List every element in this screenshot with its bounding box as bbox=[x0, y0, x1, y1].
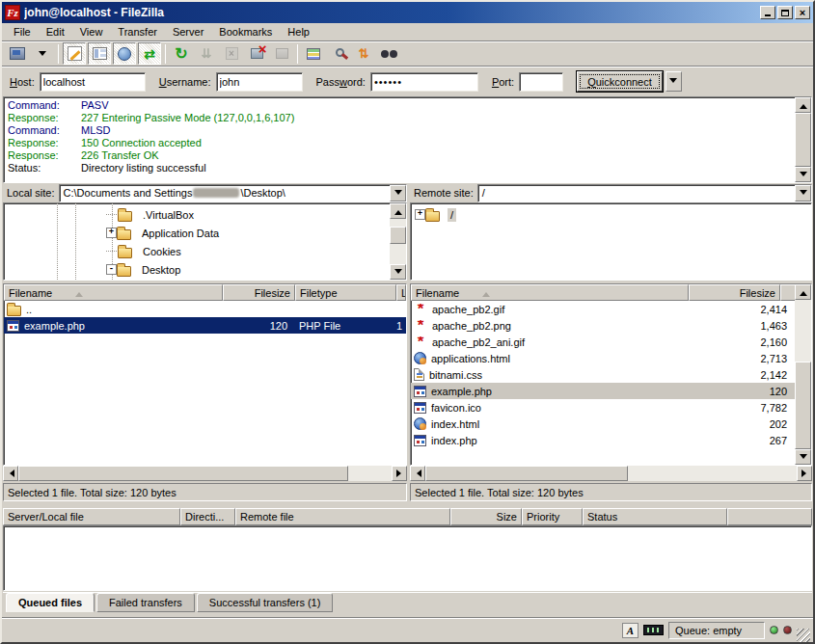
menu-edit[interactable]: Edit bbox=[39, 24, 72, 40]
sync-browsing-icon[interactable]: ⇅ bbox=[352, 42, 375, 65]
maximize-button[interactable] bbox=[777, 6, 793, 19]
close-button[interactable]: × bbox=[795, 6, 810, 19]
tree-item--virtualbox[interactable]: .VirtualBox bbox=[4, 205, 390, 224]
scroll-right-button[interactable] bbox=[392, 466, 407, 481]
toggle-local-tree-icon[interactable] bbox=[88, 42, 111, 65]
tree-item-application-data[interactable]: +Application Data bbox=[4, 224, 390, 242]
remote-list-scrollbar[interactable] bbox=[795, 284, 811, 465]
refresh-icon[interactable]: ↻ bbox=[170, 42, 193, 65]
file-row-index-php[interactable]: index.php267 bbox=[411, 432, 795, 448]
scroll-up-button[interactable] bbox=[795, 284, 811, 300]
scroll-right-button[interactable] bbox=[797, 466, 812, 481]
filter-icon[interactable] bbox=[302, 42, 325, 65]
log-text: MLSD bbox=[81, 124, 111, 137]
column-header-directi-[interactable]: Directi... bbox=[180, 508, 235, 525]
tree-expander-icon[interactable]: - bbox=[106, 264, 117, 275]
quickconnect-button[interactable]: Quickconnect bbox=[577, 71, 663, 92]
resize-grip[interactable] bbox=[797, 629, 810, 642]
file-size-cell: 2,142 bbox=[689, 369, 795, 381]
disconnect-icon[interactable] bbox=[245, 42, 268, 65]
toggle-message-log-icon[interactable] bbox=[63, 42, 86, 65]
column-header-server-local-file[interactable]: Server/Local file bbox=[3, 508, 180, 525]
local-tree-scrollbar[interactable] bbox=[390, 203, 406, 280]
file-row-example-php[interactable]: example.php120PHP File1 bbox=[4, 317, 406, 334]
username-input[interactable] bbox=[216, 72, 303, 92]
scroll-down-button[interactable] bbox=[795, 167, 811, 182]
password-input[interactable] bbox=[370, 72, 478, 92]
site-manager-dropdown-icon[interactable] bbox=[31, 42, 54, 65]
remote-list-hscrollbar[interactable] bbox=[410, 466, 812, 481]
file-row-apache-pb2-png[interactable]: *apache_pb2.png1,463 bbox=[411, 317, 795, 334]
speed-limits-icon[interactable] bbox=[643, 625, 664, 635]
file-row-bitnami-css[interactable]: bitnami.css2,142 bbox=[411, 366, 795, 383]
column-header-priority[interactable]: Priority bbox=[522, 508, 583, 525]
tree-item--[interactable]: +/ bbox=[411, 205, 811, 224]
column-header-blank[interactable] bbox=[727, 508, 812, 525]
transfer-queue-list bbox=[3, 525, 812, 591]
reconnect-icon[interactable] bbox=[270, 42, 293, 65]
local-site-combo[interactable]: C:\Documents and Settings\Desktop\ bbox=[59, 184, 407, 202]
tree-item-desktop[interactable]: -Desktop bbox=[4, 260, 390, 279]
column-header-l[interactable]: L bbox=[396, 284, 406, 301]
column-header-filename[interactable]: Filename bbox=[411, 284, 689, 301]
file-row-apache-pb2-ani-gif[interactable]: *apache_pb2_ani.gif2,160 bbox=[411, 334, 795, 350]
file-row-applications-html[interactable]: applications.html2,713 bbox=[411, 350, 795, 366]
title-bar[interactable]: Fz john@localhost - FileZilla × bbox=[2, 2, 813, 23]
tree-expander-icon[interactable]: + bbox=[106, 228, 117, 238]
scroll-down-button[interactable] bbox=[390, 264, 406, 280]
column-header-filesize[interactable]: Filesize bbox=[223, 284, 295, 301]
scrollbar-thumb[interactable] bbox=[795, 362, 811, 449]
column-header-remote-file[interactable]: Remote file bbox=[235, 508, 450, 525]
site-manager-icon[interactable] bbox=[6, 42, 29, 65]
column-header-size[interactable]: Size bbox=[450, 508, 522, 525]
menu-transfer[interactable]: Transfer bbox=[110, 24, 165, 40]
menu-bookmarks[interactable]: Bookmarks bbox=[211, 24, 280, 40]
toolbar-separator bbox=[165, 44, 166, 64]
file-row-favicon-ico[interactable]: favicon.ico7,782 bbox=[411, 399, 795, 416]
scrollbar-thumb[interactable] bbox=[425, 466, 628, 481]
scroll-up-button[interactable] bbox=[795, 97, 811, 113]
menu-file[interactable]: File bbox=[6, 24, 39, 40]
file-type-cell: PHP File bbox=[295, 320, 396, 332]
toggle-remote-tree-icon[interactable] bbox=[113, 42, 136, 65]
scroll-up-button[interactable] bbox=[390, 203, 406, 219]
menu-server[interactable]: Server bbox=[165, 24, 211, 40]
remote-site-dropdown-button[interactable] bbox=[795, 185, 811, 201]
refresh-icon-glyph: ↻ bbox=[175, 44, 187, 63]
file-row--[interactable]: .. bbox=[4, 301, 406, 317]
menu-view[interactable]: View bbox=[72, 24, 111, 40]
scrollbar-thumb[interactable] bbox=[390, 227, 406, 244]
port-input[interactable] bbox=[519, 72, 563, 92]
tab-failed-transfers[interactable]: Failed transfers bbox=[96, 593, 195, 612]
process-queue-icon[interactable]: ⇊ bbox=[195, 42, 218, 65]
tree-expander-icon[interactable]: + bbox=[415, 209, 425, 220]
tab-queued-files[interactable]: Queued files bbox=[6, 593, 95, 612]
file-row-apache-pb2-gif[interactable]: *apache_pb2.gif2,414 bbox=[411, 301, 795, 317]
scroll-left-button[interactable] bbox=[410, 466, 425, 481]
remote-site-combo[interactable]: / bbox=[477, 184, 812, 202]
menu-help[interactable]: Help bbox=[280, 24, 317, 40]
local-list-hscrollbar[interactable] bbox=[3, 466, 407, 481]
tab-successful-transfers-1-[interactable]: Successful transfers (1) bbox=[197, 593, 334, 612]
host-input[interactable] bbox=[40, 72, 146, 92]
column-header-filetype[interactable]: Filetype bbox=[295, 284, 396, 301]
scroll-left-button[interactable] bbox=[3, 466, 18, 481]
file-row-index-html[interactable]: index.html202 bbox=[411, 416, 795, 432]
search-icon[interactable] bbox=[327, 42, 350, 65]
tree-item-cookies[interactable]: Cookies bbox=[4, 242, 390, 260]
minimize-button[interactable] bbox=[760, 6, 775, 19]
file-row-example-php[interactable]: example.php120 bbox=[411, 383, 795, 399]
toggle-transfer-queue-icon[interactable]: ⇄ bbox=[138, 42, 161, 65]
column-header-filesize[interactable]: Filesize bbox=[689, 284, 780, 301]
scrollbar-thumb[interactable] bbox=[795, 113, 811, 167]
compare-directories-icon[interactable] bbox=[377, 42, 400, 65]
column-header-filename[interactable]: Filename bbox=[4, 284, 223, 301]
transfer-type-indicator-icon[interactable]: A bbox=[622, 623, 638, 638]
local-site-dropdown-button[interactable] bbox=[390, 185, 406, 201]
message-log-scrollbar[interactable] bbox=[795, 97, 811, 182]
column-header-status[interactable]: Status bbox=[583, 508, 727, 525]
quickconnect-dropdown-button[interactable] bbox=[666, 71, 682, 92]
scroll-down-button[interactable] bbox=[795, 449, 811, 465]
scrollbar-thumb[interactable] bbox=[18, 466, 348, 481]
cancel-operation-icon[interactable]: × bbox=[220, 42, 243, 65]
